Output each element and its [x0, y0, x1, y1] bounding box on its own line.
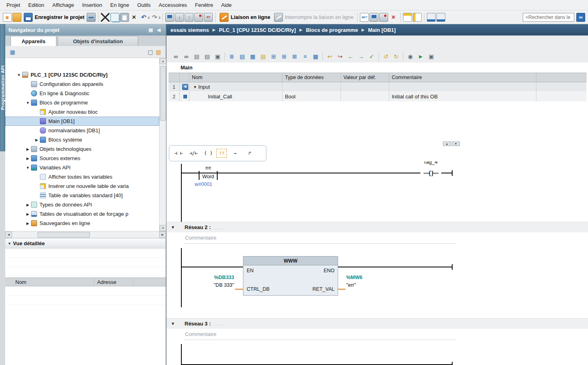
snapshot-values-icon[interactable]: ◉: [405, 52, 415, 61]
undo-button[interactable]: [139, 13, 148, 22]
copy-icon[interactable]: [110, 13, 119, 22]
network-3-header[interactable]: ▼ Réseau 3 : .....: [166, 318, 588, 329]
breadcrumb-main-ob1[interactable]: Main [OB1]: [368, 27, 396, 33]
next-error-icon[interactable]: →: [356, 52, 366, 61]
menu-accessoires[interactable]: Accessoires: [155, 1, 191, 9]
nc-contact-icon[interactable]: [187, 147, 200, 159]
compare-type[interactable]: Word: [197, 174, 219, 179]
device-info-icon[interactable]: [379, 13, 388, 22]
expander-icon[interactable]: ▶: [25, 203, 31, 207]
tree-item-sources-externes[interactable]: ▶ Sources externes: [5, 154, 159, 163]
show-windows-icon[interactable]: [427, 13, 436, 22]
compare-operator[interactable]: ==: [199, 165, 218, 171]
output-coil[interactable]: [420, 168, 441, 178]
consistency-check-icon[interactable]: ✓: [367, 52, 376, 61]
collapse-panel-icon[interactable]: ◀: [155, 27, 162, 33]
close-branch-icon[interactable]: [243, 147, 257, 159]
breadcrumb-project[interactable]: essais siemens: [170, 27, 209, 33]
keep-layout-icon[interactable]: ▣: [213, 52, 222, 61]
compare-operand[interactable]: w#0001: [195, 181, 212, 187]
pin-ctrl-db[interactable]: CTRL_DB: [247, 286, 270, 292]
menu-outils[interactable]: Outils: [133, 1, 155, 9]
tab-objets-installation[interactable]: Objets d'installation: [58, 36, 138, 46]
row-name-cell[interactable]: Initial_Call: [189, 92, 283, 102]
table-expand-icon[interactable]: ▼: [452, 142, 460, 146]
tree-item-sauvegardes[interactable]: ▶ Sauvegardes en ligne: [5, 219, 159, 228]
touch-panel-icon[interactable]: [436, 13, 445, 22]
start-monitoring-icon[interactable]: ►: [416, 52, 426, 61]
print-icon[interactable]: [87, 13, 96, 22]
cut-icon[interactable]: [101, 13, 110, 22]
network-comments-toggle-icon[interactable]: ▤: [258, 52, 268, 61]
tab-appareils[interactable]: Appareils: [10, 36, 56, 46]
collapse-networks-icon[interactable]: ▤: [237, 52, 247, 61]
tree-vertical-scrollbar[interactable]: ▲ ▼: [159, 58, 166, 231]
detail-col-nom[interactable]: Nom: [5, 278, 94, 286]
new-project-icon[interactable]: [3, 13, 12, 22]
absolute-symbolic-icon[interactable]: ▦: [248, 52, 258, 61]
tree-item-tables-visualisation[interactable]: ▶ Tables de visualisation et de forçage …: [5, 209, 159, 219]
expander-icon[interactable]: ▶: [25, 156, 31, 161]
tree-item-afficher-variables[interactable]: Afficher toutes les variables: [5, 172, 159, 181]
show-overview-icon[interactable]: ▦: [311, 52, 320, 61]
output-operand-name[interactable]: "err": [346, 282, 356, 288]
undo-jump-icon[interactable]: ↩: [325, 52, 335, 61]
paste-icon[interactable]: [120, 13, 129, 22]
coil-icon[interactable]: [202, 147, 215, 159]
menu-affichage[interactable]: Affichage: [48, 1, 78, 9]
tree-item-blocs-systeme[interactable]: ▶ Blocs système: [5, 135, 159, 144]
network-2-header[interactable]: ▼ Réseau 2 : .....: [166, 222, 588, 232]
coil-tag-label[interactable]: Tag_4: [412, 161, 449, 165]
start-cpu-icon[interactable]: [194, 13, 203, 22]
search-input[interactable]: [523, 13, 574, 22]
detail-window-icon[interactable]: ▢: [146, 48, 154, 56]
table-row[interactable]: 2 Initial_Call Bool Initial call of this…: [168, 92, 586, 102]
input-operand-name[interactable]: "DB 333": [199, 282, 234, 288]
input-operand-address[interactable]: %DB333: [199, 275, 234, 280]
scrollbar-thumb[interactable]: [37, 232, 90, 238]
split-editor-vertical-icon[interactable]: [413, 13, 422, 22]
row-type-cell[interactable]: [283, 82, 341, 92]
tree-horizontal-scrollbar[interactable]: ◀ ▶: [5, 231, 166, 238]
expander-icon[interactable]: ▶: [25, 221, 31, 225]
refresh-icon[interactable]: ↻: [391, 52, 401, 61]
row-default-cell[interactable]: [341, 82, 389, 92]
row-name-cell[interactable]: ▼Input: [189, 82, 283, 92]
output-operand-address[interactable]: %MW6: [346, 275, 362, 280]
breadcrumb-plc[interactable]: PLC_1 [CPU 1215C DC/DC/Rly]: [219, 27, 296, 33]
pin-ret-val[interactable]: RET_VAL: [312, 286, 335, 292]
menu-projet[interactable]: Projet: [2, 1, 24, 9]
tree-item-table-variables-standard[interactable]: Table de variables standard [40]: [5, 191, 159, 200]
tree-item-blocs-programme[interactable]: ▼ Blocs de programme: [5, 98, 159, 107]
monitoring-glasses-off-icon[interactable]: ∞: [181, 52, 191, 61]
tree-item-objets-technologiques[interactable]: ▶ Objets technologiques: [5, 144, 159, 154]
delete-icon[interactable]: [130, 13, 139, 22]
go-offline-button[interactable]: Interrompre la liaison en ligne: [272, 12, 355, 23]
expand-networks-icon[interactable]: ≣: [227, 52, 237, 61]
insert-block-type-icon[interactable]: ⊞: [279, 52, 289, 61]
header-nom[interactable]: Nom: [189, 73, 283, 82]
open-project-icon[interactable]: [12, 13, 21, 22]
function-block-www[interactable]: WWW EN ENO CTRL_DB RET_VAL: [243, 256, 338, 296]
expander-icon[interactable]: ▼: [25, 166, 31, 170]
tree-item-configuration[interactable]: Configuration des appareils: [5, 79, 159, 89]
row-comment-cell[interactable]: Initial call of this OB: [389, 92, 536, 102]
device-grid-icon[interactable]: ▦: [8, 48, 17, 56]
detail-view-header[interactable]: ▾ Vue détaillée: [5, 238, 166, 248]
expander-icon[interactable]: ▶: [33, 138, 40, 142]
header-type[interactable]: Type de données: [283, 73, 341, 82]
update-block-calls-icon[interactable]: ↺: [381, 52, 391, 61]
row-default-cell[interactable]: [341, 92, 389, 102]
expander-icon[interactable]: ▼: [192, 85, 198, 89]
no-contact-icon[interactable]: [172, 147, 185, 159]
go-online-button[interactable]: Liaison en ligne: [218, 12, 272, 23]
diagnostics-icon[interactable]: [360, 13, 369, 22]
panel-options-icon[interactable]: ▤: [147, 27, 154, 33]
tree-item-online-diagnostic[interactable]: En ligne & Diagnostic: [5, 89, 159, 98]
insert-block-icon[interactable]: ⊞: [269, 52, 278, 61]
row-comment-cell[interactable]: [389, 82, 536, 92]
expander-icon[interactable]: ▼: [16, 73, 22, 77]
tree-item-normalvariables-db1[interactable]: normalvariables [DB1]: [5, 126, 159, 135]
empty-box-icon[interactable]: [216, 149, 227, 158]
pin-eno[interactable]: ENO: [324, 268, 335, 273]
